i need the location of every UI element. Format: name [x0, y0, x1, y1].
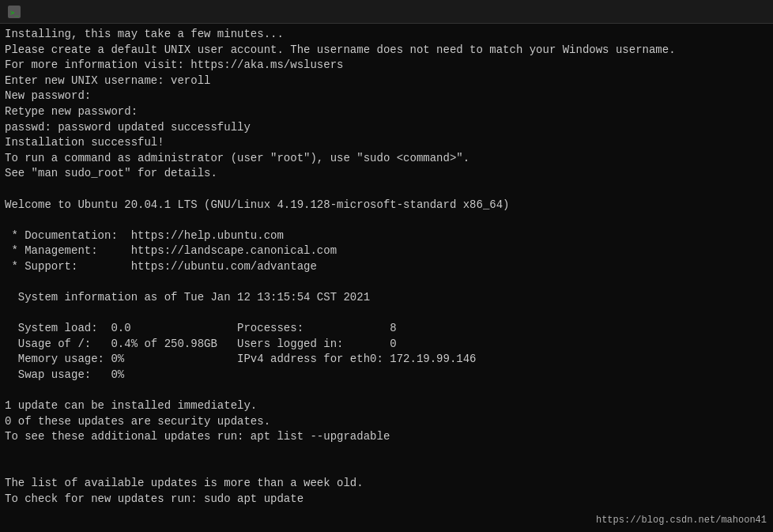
window-controls: [656, 0, 765, 24]
close-button[interactable]: [729, 0, 765, 24]
minimize-button[interactable]: [656, 0, 692, 24]
watermark: https://blog.csdn.net/mahoon41: [596, 515, 767, 526]
title-bar: >_: [0, 0, 773, 24]
terminal-icon: >_: [8, 6, 21, 18]
maximize-button[interactable]: [692, 0, 729, 24]
svg-text:>_: >_: [10, 9, 19, 17]
terminal-output[interactable]: Installing, this may take a few minutes.…: [0, 24, 773, 532]
